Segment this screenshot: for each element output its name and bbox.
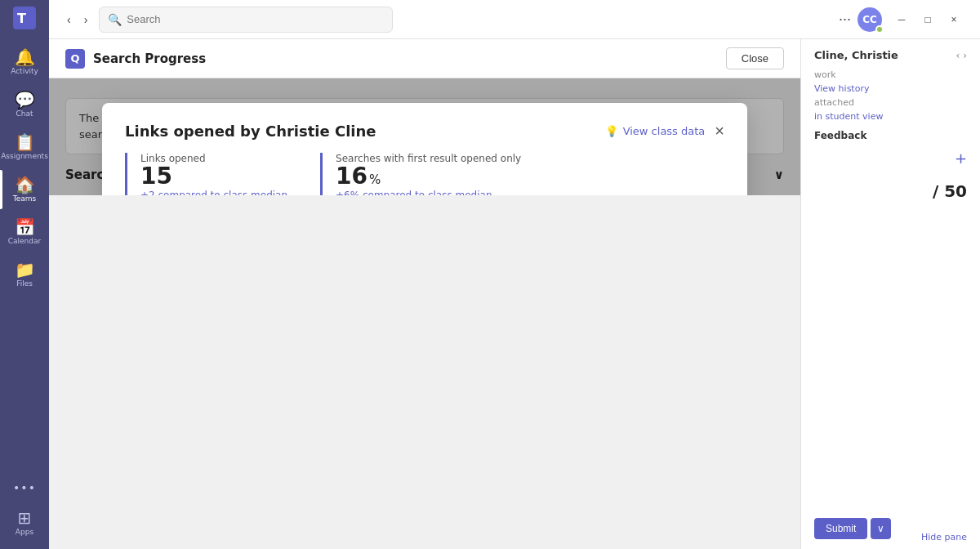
close-search-progress-button[interactable]: Close bbox=[726, 47, 784, 69]
sidebar-item-teams[interactable]: 🏠 Teams bbox=[0, 170, 49, 209]
close-window-button[interactable]: × bbox=[941, 8, 967, 31]
sidebar-item-more[interactable]: ••• bbox=[13, 475, 36, 500]
minimize-button[interactable]: ─ bbox=[889, 8, 915, 31]
sidebar-item-label: Calendar bbox=[8, 237, 41, 245]
view-history-link[interactable]: View history bbox=[814, 83, 967, 94]
student-name: Cline, Christie bbox=[814, 49, 898, 61]
hide-pane-button[interactable]: Hide pane bbox=[921, 532, 967, 542]
app-logo[interactable]: T bbox=[13, 7, 36, 33]
right-panel-feedback-section: Feedback bbox=[814, 130, 967, 141]
top-bar-actions: ··· CC ─ □ × bbox=[839, 7, 967, 32]
sidebar-item-apps[interactable]: ⊞ Apps bbox=[13, 503, 36, 542]
chat-icon: 💬 bbox=[15, 92, 35, 108]
right-panel-header: Cline, Christie ‹ › bbox=[814, 49, 967, 61]
panel-nav-buttons[interactable]: ‹ › bbox=[956, 50, 967, 61]
work-label: work bbox=[814, 69, 967, 80]
modal-overlay: Links opened by Christie Cline 💡 View cl… bbox=[49, 78, 800, 195]
add-feedback-button[interactable]: + bbox=[955, 150, 967, 167]
search-progress-icon: Q bbox=[65, 49, 85, 69]
modal-title: Links opened by Christie Cline bbox=[125, 123, 376, 140]
attached-label: attached bbox=[814, 97, 967, 108]
sidebar-item-label: Apps bbox=[16, 528, 33, 536]
sidebar-item-calendar[interactable]: 📅 Calendar bbox=[0, 212, 49, 252]
score-display: / 50 bbox=[933, 181, 967, 201]
modal-close-button[interactable]: × bbox=[715, 123, 724, 139]
lightbulb-icon: 💡 bbox=[605, 125, 618, 137]
submit-dropdown-button[interactable]: ∨ bbox=[871, 518, 891, 539]
links-opened-value: 15 bbox=[140, 164, 287, 190]
activity-icon: 🔔 bbox=[15, 49, 35, 65]
top-bar: ‹ › 🔍 ··· CC ─ □ × bbox=[49, 0, 980, 39]
sidebar-item-label: Activity bbox=[11, 67, 38, 75]
searches-unit: % bbox=[369, 172, 381, 187]
maximize-button[interactable]: □ bbox=[915, 8, 941, 31]
svg-text:T: T bbox=[17, 11, 26, 26]
view-class-data-button[interactable]: 💡 View class data bbox=[605, 125, 706, 137]
right-panel-work-section: work View history attached in student vi… bbox=[814, 69, 967, 122]
center-content: Q Search Progress Close The searches tha… bbox=[49, 39, 800, 549]
more-options-button[interactable]: ··· bbox=[839, 11, 851, 28]
nav-arrows: ‹ › bbox=[62, 10, 92, 29]
sidebar-item-chat[interactable]: 💬 Chat bbox=[0, 85, 49, 124]
sidebar: T 🔔 Activity 💬 Chat 📋 Assignments 🏠 Team… bbox=[0, 0, 49, 549]
sidebar-item-files[interactable]: 📁 Files bbox=[0, 255, 49, 294]
sidebar-item-label: Teams bbox=[13, 194, 36, 203]
content-row: Q Search Progress Close The searches tha… bbox=[49, 39, 980, 549]
links-opened-stat: Links opened 15 +2 compared to class med… bbox=[125, 153, 287, 195]
window-controls: ─ □ × bbox=[889, 8, 967, 31]
avatar-wrap: CC bbox=[858, 7, 882, 32]
files-icon: 📁 bbox=[15, 261, 35, 278]
searches-stat: Searches with first result opened only 1… bbox=[320, 153, 521, 195]
feedback-label: Feedback bbox=[814, 130, 967, 141]
teams-icon: 🏠 bbox=[15, 176, 35, 193]
modal: Links opened by Christie Cline 💡 View cl… bbox=[102, 103, 747, 195]
right-panel: Cline, Christie ‹ › work View history at… bbox=[800, 39, 980, 549]
main-area: ‹ › 🔍 ··· CC ─ □ × bbox=[49, 0, 980, 549]
search-icon: 🔍 bbox=[108, 13, 122, 26]
search-progress-title: Search Progress bbox=[93, 51, 206, 66]
forward-button[interactable]: › bbox=[79, 10, 93, 29]
submit-button[interactable]: Submit bbox=[814, 518, 867, 539]
sidebar-item-activity[interactable]: 🔔 Activity bbox=[0, 42, 49, 82]
search-input[interactable] bbox=[127, 13, 384, 25]
back-button[interactable]: ‹ bbox=[62, 10, 76, 29]
searches-compare: +6% compared to class median bbox=[336, 190, 521, 195]
sidebar-item-label: Assignments bbox=[1, 152, 48, 160]
searches-value: 16 bbox=[336, 164, 368, 190]
apps-icon: ⊞ bbox=[18, 510, 32, 526]
avatar-status bbox=[875, 25, 884, 33]
chevron-right-icon[interactable]: › bbox=[963, 50, 967, 61]
search-progress-bar: Q Search Progress Close bbox=[49, 39, 800, 78]
more-icon: ••• bbox=[13, 482, 36, 493]
assignments-icon: 📋 bbox=[15, 134, 35, 150]
student-view-link[interactable]: in student view bbox=[814, 111, 967, 122]
sidebar-item-assignments[interactable]: 📋 Assignments bbox=[0, 127, 49, 167]
links-compare: +2 compared to class median bbox=[140, 190, 287, 195]
sidebar-item-label: Files bbox=[16, 279, 33, 288]
modal-header: Links opened by Christie Cline 💡 View cl… bbox=[102, 103, 747, 153]
modal-header-actions: 💡 View class data × bbox=[605, 123, 724, 139]
sidebar-item-label: Chat bbox=[16, 109, 33, 118]
search-bar[interactable]: 🔍 bbox=[99, 7, 393, 33]
stats-row: Links opened 15 +2 compared to class med… bbox=[102, 153, 747, 195]
calendar-icon: 📅 bbox=[15, 219, 35, 235]
page-background: The searches that used operators were mo… bbox=[49, 78, 800, 195]
chevron-left-icon[interactable]: ‹ bbox=[956, 50, 960, 61]
